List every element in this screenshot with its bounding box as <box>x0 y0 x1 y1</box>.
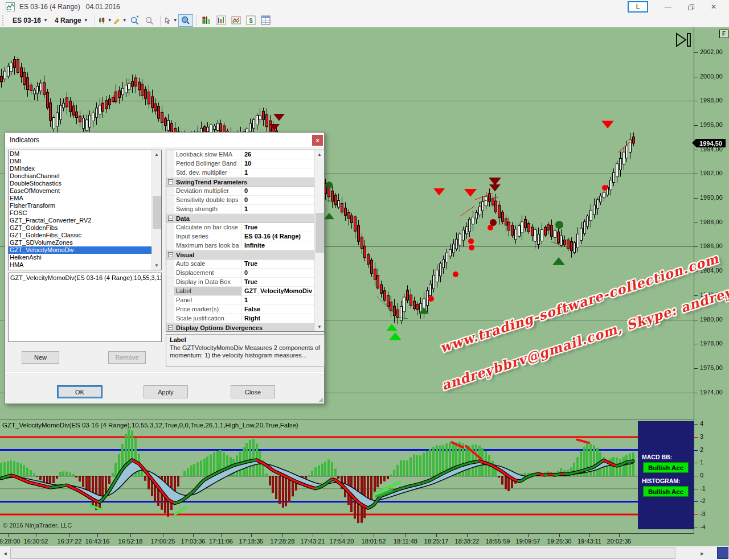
property-value[interactable]: 10 <box>242 159 314 168</box>
indicator-list-item[interactable]: DonchianChannel <box>9 172 153 180</box>
drawing-tools-button[interactable]: ▼ <box>113 14 128 27</box>
property-label: Swing strength <box>174 205 242 213</box>
property-value[interactable]: 0 <box>242 196 314 204</box>
scrollbar-corner-button[interactable] <box>717 547 728 559</box>
restore-icon <box>688 4 694 10</box>
property-value[interactable]: ES 03-16 (4 Range) <box>242 232 314 241</box>
ok-button[interactable]: OK <box>57 385 103 398</box>
instrument-selector[interactable]: ES 03-16 ▼ <box>9 17 51 24</box>
indicator-list-item[interactable]: DM <box>9 150 153 158</box>
property-row: Panel1 <box>166 296 314 305</box>
indicator-list-item[interactable]: EaseOfMovement <box>9 187 153 195</box>
dialog-titlebar[interactable]: Indicators <box>5 133 324 147</box>
indicator-list-item[interactable]: GZT_SDVolumeZones <box>9 239 153 246</box>
indicators-button[interactable] <box>199 14 214 27</box>
f-badge[interactable]: F <box>719 30 728 38</box>
scroll-left-icon[interactable]: ◂ <box>0 547 10 559</box>
time-axis-label: 16:52:18 <box>116 538 145 545</box>
interval-selector[interactable]: 4 Range ▼ <box>51 17 92 24</box>
indicator-list-item[interactable]: GZT_GoldenFibs_Classic <box>9 232 153 239</box>
indicator-list-item[interactable]: HeikenAshi <box>9 254 153 261</box>
chart-panel-button[interactable] <box>214 14 229 27</box>
indicator-info-box: MACD BB: Bullish Acc HISTOGRAM: Bullish … <box>638 421 694 529</box>
indicator-list-item[interactable]: EMA <box>9 195 153 202</box>
layout-l-button[interactable]: L <box>628 1 648 13</box>
property-value[interactable]: 1 <box>242 296 314 304</box>
price-tick <box>694 174 698 174</box>
property-group-header[interactable]: −Data <box>166 214 314 223</box>
property-value[interactable]: True <box>242 260 314 268</box>
property-value[interactable]: Right <box>242 314 314 323</box>
property-value[interactable]: Infinite <box>242 241 314 250</box>
snapshot-button[interactable] <box>229 14 244 27</box>
indicator-axis-label: -1 <box>700 485 728 492</box>
property-value[interactable]: 1 <box>242 205 314 213</box>
indicator-list-item[interactable]: FisherTransform <box>9 202 153 209</box>
scroll-up-icon[interactable]: ▲ <box>152 150 161 159</box>
candlestick-icon <box>99 16 105 25</box>
apply-button[interactable]: Apply <box>144 385 188 398</box>
property-value[interactable]: True <box>242 278 314 286</box>
indicator-list-item[interactable]: HMA <box>9 261 153 269</box>
property-value[interactable]: 0 <box>242 187 314 195</box>
scroll-thumb[interactable] <box>316 213 324 253</box>
property-label: Input series <box>174 232 242 241</box>
restore-button[interactable] <box>681 1 701 13</box>
cursor-tool-button[interactable]: ▼ <box>163 14 178 27</box>
collapse-icon[interactable]: − <box>168 325 173 330</box>
indicator-list-scrollbar[interactable]: ▲ ▼ <box>151 150 161 270</box>
property-value[interactable]: False <box>242 305 314 314</box>
indicator-panel-canvas[interactable] <box>0 419 694 533</box>
indicator-list-item[interactable]: GZT_GoldenFibs <box>9 224 153 232</box>
time-axis-label: 17:43:21 <box>298 538 327 545</box>
indicator-list-item[interactable]: FOSC <box>9 209 153 217</box>
zoom-out-button[interactable] <box>142 14 157 27</box>
ninjatrader-chart-window: ES 03-16 (4 Range) 04.01.2016 L — ✕ ES 0… <box>0 0 729 560</box>
close-button[interactable]: ✕ <box>704 1 723 13</box>
indicator-tick <box>694 437 698 438</box>
collapse-icon[interactable]: − <box>168 252 173 257</box>
configured-indicator-item[interactable]: GZT_VelocityMomoDiv(ES 03-16 (4 Range),1… <box>10 274 162 281</box>
time-tick <box>163 533 163 537</box>
indicator-list-item[interactable]: GZT_VelocityMomoDiv <box>9 246 153 254</box>
data-grid-button[interactable] <box>259 14 273 27</box>
new-button[interactable]: New <box>22 351 59 364</box>
indicator-list-item[interactable]: GZT_Fractal_Converter_RV2 <box>9 217 153 224</box>
scroll-thumb[interactable] <box>153 196 161 229</box>
play-to-end-icon[interactable] <box>675 32 693 48</box>
dialog-close-button[interactable]: x <box>312 135 323 146</box>
collapse-icon[interactable]: − <box>168 216 173 221</box>
property-grid-scrollbar[interactable]: ▲ ▼ <box>314 150 324 331</box>
minimize-button[interactable]: — <box>658 1 678 13</box>
scroll-right-icon[interactable]: ▸ <box>697 547 707 559</box>
property-group-header[interactable]: −SwingTrend Parameters <box>166 178 314 187</box>
property-value[interactable]: 1 <box>242 168 314 177</box>
scroll-up-icon[interactable]: ▲ <box>315 150 324 159</box>
scroll-down-icon[interactable]: ▼ <box>315 323 324 331</box>
collapse-icon[interactable]: − <box>168 179 173 184</box>
indicator-list-item[interactable]: DMI <box>9 158 153 165</box>
property-value[interactable]: 0 <box>242 269 314 277</box>
indicator-list-item[interactable]: DoubleStochastics <box>9 180 153 187</box>
scrollbar-thumb[interactable] <box>10 547 675 559</box>
time-tick <box>342 533 342 537</box>
property-group-header[interactable]: −Visual <box>166 250 314 260</box>
zoom-in-button[interactable] <box>128 14 142 27</box>
configured-indicators-list[interactable]: GZT_VelocityMomoDiv(ES 03-16 (4 Range),1… <box>8 273 162 342</box>
toolbar-grip[interactable] <box>2 15 7 26</box>
account-button[interactable]: $ <box>244 14 259 27</box>
property-value[interactable]: 26 <box>242 150 314 159</box>
panel-separator[interactable] <box>0 419 694 419</box>
property-value[interactable]: True <box>242 223 314 232</box>
close-dialog-button[interactable]: Close <box>231 385 275 398</box>
time-axis-label: 17:54:20 <box>327 538 357 545</box>
property-value[interactable]: GZT_VelocityMomoDiv <box>242 287 314 295</box>
resize-grip[interactable]: ◢ <box>318 396 323 402</box>
indicator-tick <box>694 514 698 515</box>
property-group-header[interactable]: −Display Options Divergences <box>166 323 314 332</box>
scroll-down-icon[interactable]: ▼ <box>152 261 161 270</box>
chart-style-button[interactable]: ▼ <box>98 14 113 27</box>
zoom-region-button[interactable] <box>178 14 193 27</box>
indicator-list-item[interactable]: DMIndex <box>9 165 153 172</box>
time-axis-label: 19:25:30 <box>544 538 574 545</box>
